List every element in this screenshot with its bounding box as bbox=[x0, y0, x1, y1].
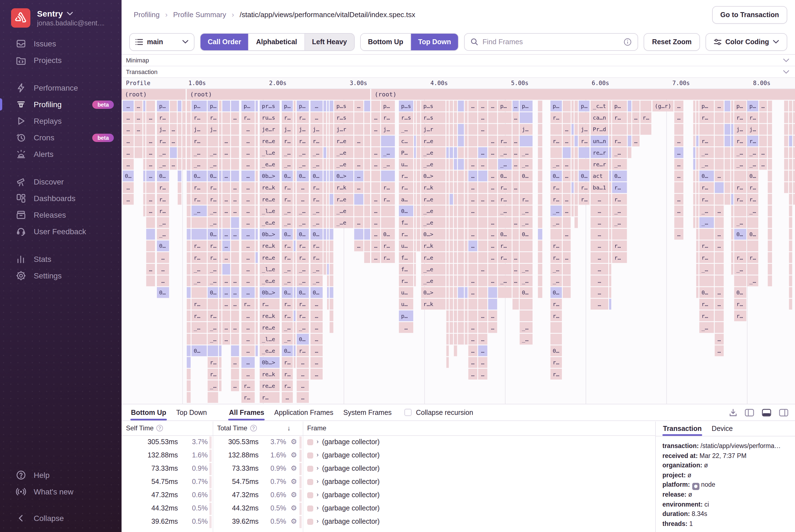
sidebar-item-profiling[interactable]: Profilingbeta bbox=[0, 96, 121, 113]
chevron-down-icon[interactable] bbox=[783, 70, 790, 74]
total-weight-bar bbox=[299, 463, 302, 475]
details-tab-device[interactable]: Device bbox=[706, 421, 738, 436]
chevron-down-icon bbox=[67, 12, 73, 16]
sidebar-item-label: What's new bbox=[34, 487, 74, 496]
sidebar-item-releases[interactable]: Releases bbox=[0, 207, 121, 223]
expand-chevron-icon[interactable]: › bbox=[317, 438, 319, 445]
dock-right-icon[interactable] bbox=[779, 408, 788, 416]
minimap-section[interactable]: Minimap bbox=[121, 55, 795, 66]
frame-name[interactable]: (garbage collector) bbox=[322, 505, 380, 512]
flamegraph[interactable] bbox=[121, 89, 795, 404]
chevron-down-icon[interactable] bbox=[783, 58, 790, 62]
table-row[interactable]: 132.88ms1.6%132.88ms1.6%⚙›(garbage colle… bbox=[121, 449, 655, 462]
expand-chevron-icon[interactable]: › bbox=[317, 464, 319, 471]
frame-name[interactable]: (garbage collector) bbox=[322, 438, 380, 446]
frame-settings-gear-icon[interactable]: ⚙ bbox=[290, 504, 297, 512]
sidebar-item-settings[interactable]: Settings bbox=[0, 267, 121, 284]
tab-all-frames[interactable]: All Frames bbox=[224, 404, 269, 420]
dock-bottom-icon[interactable] bbox=[762, 408, 771, 416]
sidebar-item-stats[interactable]: Stats bbox=[0, 251, 121, 267]
sidebar-item-label: Dashboards bbox=[34, 194, 75, 203]
frame-settings-gear-icon[interactable]: ⚙ bbox=[290, 464, 297, 472]
table-row[interactable]: 73.33ms0.9%73.33ms0.9%⚙›(garbage collect… bbox=[121, 462, 655, 476]
frame-name[interactable]: (garbage collector) bbox=[322, 464, 380, 472]
tab-bottom-up[interactable]: Bottom Up bbox=[126, 404, 171, 420]
collapse-recursion-checkbox[interactable] bbox=[404, 409, 412, 416]
sidebar-item-discover[interactable]: Discover bbox=[0, 173, 121, 190]
frame-header[interactable]: Frame bbox=[307, 424, 326, 432]
sort-direction-icon[interactable]: ↓ bbox=[287, 424, 290, 432]
color-coding-button[interactable]: Color Coding bbox=[705, 33, 787, 51]
main-content: Profiling › Profile Summary › /static/ap… bbox=[121, 0, 795, 532]
sidebar-item-replays[interactable]: Replays bbox=[0, 113, 121, 129]
table-row[interactable]: 305.53ms3.7%305.53ms3.7%⚙›(garbage colle… bbox=[121, 436, 655, 449]
sidebar-item-projects[interactable]: Projects bbox=[0, 52, 121, 69]
table-row[interactable]: 44.32ms0.5%44.32ms0.5%⚙›(garbage collect… bbox=[121, 502, 655, 515]
flamegraph-canvas[interactable] bbox=[121, 89, 795, 404]
sidebar: Sentry jonas.badalic@sent… IssuesProject… bbox=[0, 0, 121, 532]
sidebar-item-performance[interactable]: Performance bbox=[0, 79, 121, 96]
expand-chevron-icon[interactable]: › bbox=[317, 491, 319, 498]
tab-top-down[interactable]: Top Down bbox=[171, 404, 212, 420]
frame-settings-gear-icon[interactable]: ⚙ bbox=[290, 491, 297, 499]
sidebar-item-crons[interactable]: Cronsbeta bbox=[0, 129, 121, 146]
table-row[interactable]: 54.75ms0.7%54.75ms0.7%⚙›(garbage collect… bbox=[121, 476, 655, 489]
view-option-bottom-up[interactable]: Bottom Up bbox=[361, 34, 411, 50]
sort-option-call-order[interactable]: Call Order bbox=[201, 34, 249, 50]
expand-chevron-icon[interactable]: › bbox=[317, 505, 319, 511]
reset-zoom-button[interactable]: Reset Zoom bbox=[644, 33, 700, 51]
sort-option-left-heavy[interactable]: Left Heavy bbox=[305, 34, 354, 50]
self-time-header[interactable]: Self Time bbox=[126, 424, 154, 432]
frame-settings-gear-icon[interactable]: ⚙ bbox=[290, 477, 297, 486]
search-input[interactable] bbox=[482, 38, 620, 46]
tab-application-frames[interactable]: Application Frames bbox=[269, 404, 338, 420]
sidebar-item-whats-new[interactable]: What's new bbox=[0, 483, 121, 500]
table-row[interactable]: 47.32ms0.6%47.32ms0.6%⚙›(garbage collect… bbox=[121, 489, 655, 502]
sidebar-item-user-feedback[interactable]: User Feedback bbox=[0, 223, 121, 240]
total-time-percent: 0.5% bbox=[261, 518, 286, 525]
tab-system-frames[interactable]: System Frames bbox=[338, 404, 397, 420]
info-icon[interactable] bbox=[624, 38, 632, 45]
details-tab-transaction[interactable]: Transaction bbox=[658, 421, 706, 436]
sidebar-item-dashboards[interactable]: Dashboards bbox=[0, 190, 121, 207]
view-option-top-down[interactable]: Top Down bbox=[411, 34, 458, 50]
transaction-label: Transaction bbox=[126, 69, 157, 75]
frame-name[interactable]: (garbage collector) bbox=[322, 451, 380, 459]
sidebar-item-alerts[interactable]: Alerts bbox=[0, 146, 121, 163]
frames-table-rows: 305.53ms3.7%305.53ms3.7%⚙›(garbage colle… bbox=[121, 436, 655, 532]
breadcrumb-profiling[interactable]: Profiling bbox=[134, 11, 160, 19]
org-switcher[interactable]: Sentry jonas.badalic@sent… bbox=[0, 0, 121, 35]
sidebar-item-collapse[interactable]: Collapse bbox=[0, 510, 121, 527]
help-icon[interactable]: ? bbox=[250, 425, 257, 432]
collapse-recursion-label: Collapse recursion bbox=[416, 408, 473, 416]
thread-selector[interactable]: main bbox=[129, 33, 194, 51]
collapse-recursion-toggle[interactable]: Collapse recursion bbox=[404, 404, 473, 420]
transaction-section[interactable]: Transaction bbox=[121, 66, 795, 78]
table-row[interactable]: 39.62ms0.5%39.62ms0.5%⚙›(garbage collect… bbox=[121, 515, 655, 529]
detail-label: transaction: bbox=[662, 442, 699, 449]
find-frames-search[interactable] bbox=[465, 33, 638, 51]
export-download-icon[interactable] bbox=[729, 408, 737, 416]
frame-name[interactable]: (garbage collector) bbox=[322, 491, 380, 499]
sidebar-item-help[interactable]: Help bbox=[0, 467, 121, 483]
breadcrumb-profile-summary[interactable]: Profile Summary bbox=[173, 11, 226, 19]
expand-chevron-icon[interactable]: › bbox=[317, 478, 319, 484]
user-email: jonas.badalic@sent… bbox=[37, 19, 105, 27]
sidebar-item-issues[interactable]: Issues bbox=[0, 35, 121, 52]
sort-option-alphabetical[interactable]: Alphabetical bbox=[249, 34, 305, 50]
dock-left-icon[interactable] bbox=[745, 408, 754, 416]
total-time-header[interactable]: Total Time bbox=[217, 424, 247, 432]
frame-settings-gear-icon[interactable]: ⚙ bbox=[290, 451, 297, 459]
beta-badge: beta bbox=[93, 100, 114, 109]
go-to-transaction-button[interactable]: Go to Transaction bbox=[712, 6, 787, 23]
frame-color-swatch bbox=[307, 506, 313, 512]
expand-chevron-icon[interactable]: › bbox=[317, 451, 319, 458]
expand-chevron-icon[interactable]: › bbox=[317, 518, 319, 524]
frame-settings-gear-icon[interactable]: ⚙ bbox=[290, 438, 297, 446]
sidebar-item-label: Crons bbox=[34, 133, 54, 142]
frame-name[interactable]: (garbage collector) bbox=[322, 478, 380, 486]
frame-name[interactable]: (garbage collector) bbox=[322, 518, 380, 525]
help-icon[interactable]: ? bbox=[156, 425, 163, 432]
time-tick: 5.00s bbox=[511, 79, 528, 86]
frame-settings-gear-icon[interactable]: ⚙ bbox=[290, 517, 297, 525]
